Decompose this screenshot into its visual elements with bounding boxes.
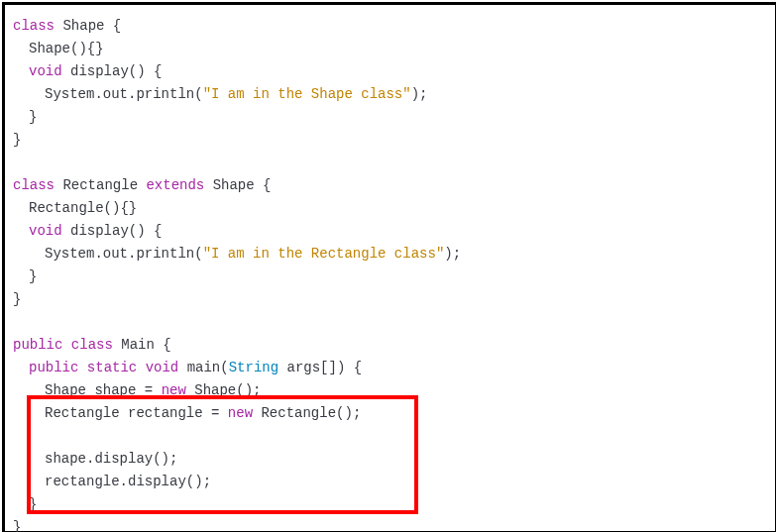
code-line: }: [13, 493, 767, 516]
code-line: public class Main {: [13, 334, 767, 357]
code-line: System.out.println("I am in the Rectangl…: [13, 243, 767, 266]
code-block: class Shape { Shape(){} void display() {…: [2, 2, 776, 532]
code-line: }: [13, 129, 767, 152]
code-line: System.out.println("I am in the Shape cl…: [13, 83, 767, 106]
code-line: class Shape {: [13, 15, 767, 38]
class-name: Shape: [55, 18, 104, 34]
code-line: shape.display();: [13, 448, 767, 471]
code-line: Shape(){}: [13, 38, 767, 60]
code-line: }: [13, 288, 767, 311]
code-line: Rectangle(){}: [13, 197, 767, 220]
code-line: class Rectangle extends Shape {: [13, 174, 767, 197]
keyword-class: class: [13, 18, 55, 34]
code-line: void display() {: [13, 60, 767, 83]
code-line: Rectangle rectangle = new Rectangle();: [13, 402, 767, 425]
code-line: }: [13, 516, 767, 532]
code-line: }: [13, 106, 767, 129]
code-line: void display() {: [13, 220, 767, 243]
code-line: public static void main(String args[]) {: [13, 357, 767, 379]
string-literal: "I am in the Rectangle class": [203, 246, 445, 262]
blank-line: [13, 152, 767, 174]
code-line: rectangle.display();: [13, 471, 767, 493]
blank-line: [13, 311, 767, 334]
code-line: Shape shape = new Shape();: [13, 379, 767, 402]
blank-line: [13, 425, 767, 448]
string-literal: "I am in the Shape class": [203, 86, 411, 102]
type-string: String: [229, 360, 278, 375]
code-line: }: [13, 266, 767, 288]
